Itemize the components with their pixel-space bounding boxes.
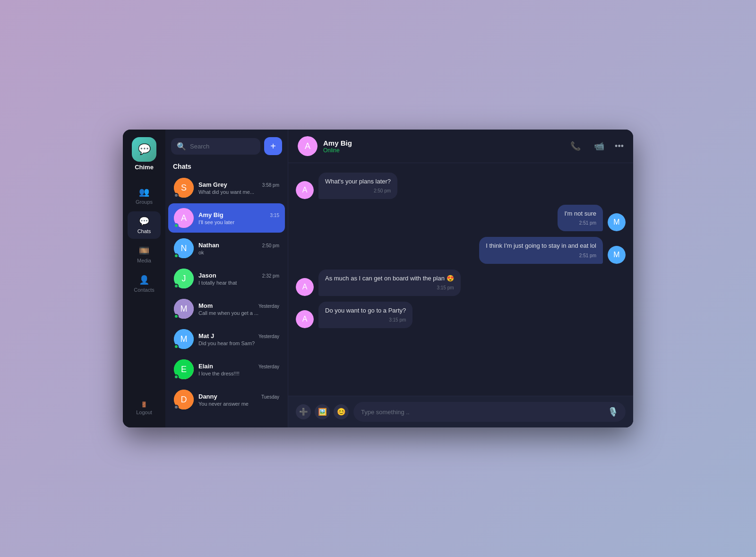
- status-dot-mom: [174, 314, 179, 319]
- search-input[interactable]: [190, 143, 255, 150]
- search-icon: 🔍: [177, 142, 186, 151]
- message-row-4: A As much as I can get on board with the…: [296, 270, 626, 296]
- sidebar-item-chats-label: Chats: [137, 228, 151, 234]
- message-text-1: What's your plans later?: [325, 178, 391, 185]
- logout-button[interactable]: 🚪 Logout: [133, 397, 155, 420]
- message-bubble-2: I'm not sure 2:51 pm: [558, 205, 603, 231]
- message-time-5: 3:15 pm: [325, 317, 406, 323]
- svg-text:D: D: [181, 395, 187, 404]
- sidebar-item-media-label: Media: [137, 258, 151, 263]
- chat-contact-name: Amy Big: [323, 139, 562, 147]
- svg-text:A: A: [305, 141, 310, 151]
- chat-name-matj: Mat J: [198, 332, 214, 339]
- chat-name-sam-grey: Sam Grey: [198, 181, 227, 188]
- chat-time-sam-grey: 3:58 pm: [262, 183, 279, 188]
- chat-header: A Amy Big Online 📞 📹 •••: [288, 130, 633, 163]
- sidebar-item-contacts[interactable]: 👤 Contacts: [128, 270, 161, 297]
- chat-info-danny: Danny Tuesday You never answer me: [198, 393, 279, 407]
- more-options-button[interactable]: •••: [615, 141, 624, 151]
- svg-text:M: M: [613, 251, 619, 259]
- messages-area: A What's your plans later? 2:50 pm M I'm…: [288, 163, 633, 396]
- message-bubble-4: As much as I can get on board with the p…: [318, 270, 461, 296]
- msg-avatar-me-3: M: [608, 246, 626, 264]
- svg-text:A: A: [302, 315, 308, 323]
- video-call-button[interactable]: 📹: [591, 138, 607, 154]
- image-button[interactable]: 🖼️: [315, 404, 330, 419]
- svg-text:A: A: [181, 213, 187, 223]
- emoji-button[interactable]: 😊: [334, 404, 349, 419]
- chat-item-mom[interactable]: M Mom Yesterday Call me when you get a .…: [168, 294, 285, 323]
- chat-list: S Sam Grey 3:58 pm What did you want me.…: [165, 172, 288, 427]
- sidebar-bottom: 🚪 Logout: [133, 397, 155, 420]
- chat-preview-amy: I'll see you later: [198, 219, 279, 225]
- svg-text:J: J: [182, 274, 186, 283]
- sidebar-item-contacts-label: Contacts: [134, 287, 154, 293]
- avatar-wrap-nathan: N: [174, 238, 194, 258]
- app-logo: 💬: [132, 137, 156, 162]
- chat-time-amy: 3:15: [270, 213, 279, 218]
- chat-item-jason[interactable]: J Jason 2:32 pm I totally hear that: [168, 264, 285, 293]
- chat-name-elain: Elain: [198, 363, 213, 370]
- chat-item-danny[interactable]: D Danny Tuesday You never answer me: [168, 385, 285, 414]
- message-text-3: I think I'm just going to stay in and ea…: [486, 242, 596, 249]
- chat-time-mom: Yesterday: [258, 304, 279, 309]
- sidebar-nav: 👥 Groups 💬 Chats 🎞️ Media 👤 Contacts: [123, 182, 165, 397]
- sidebar-item-groups[interactable]: 👥 Groups: [128, 182, 161, 209]
- chat-time-matj: Yesterday: [258, 334, 279, 339]
- add-chat-button[interactable]: +: [264, 137, 282, 155]
- chat-info-matj: Mat J Yesterday Did you hear from Sam?: [198, 332, 279, 346]
- chats-section-label: Chats: [165, 159, 288, 172]
- message-bubble-5: Do you want to go to a Party? 3:15 pm: [318, 302, 412, 328]
- message-row-3: M I think I'm just going to stay in and …: [296, 237, 626, 263]
- chat-item-amy-big[interactable]: A Amy Big 3:15 I'll see you later: [168, 203, 285, 233]
- message-text-2: I'm not sure: [564, 210, 596, 217]
- svg-text:M: M: [180, 334, 188, 344]
- sidebar-item-media[interactable]: 🎞️ Media: [128, 241, 161, 268]
- svg-text:N: N: [181, 244, 187, 253]
- logout-icon: 🚪: [141, 401, 147, 408]
- chat-name-nathan: Nathan: [198, 242, 219, 249]
- message-input[interactable]: [361, 409, 608, 416]
- chat-info-amy: Amy Big 3:15 I'll see you later: [198, 211, 279, 225]
- status-dot-danny: [174, 405, 179, 409]
- chat-preview-elain: I love the dress!!!!: [198, 371, 279, 376]
- attach-button[interactable]: ➕: [296, 404, 311, 419]
- avatar-wrap-danny: D: [174, 390, 194, 409]
- avatar-wrap: S: [174, 178, 194, 198]
- avatar-wrap-elain: E: [174, 359, 194, 379]
- msg-avatar-amy-5: A: [296, 310, 314, 328]
- message-text-5: Do you want to go to a Party?: [325, 307, 406, 314]
- mic-button[interactable]: 🎙️: [608, 407, 618, 417]
- status-dot-elain: [174, 374, 179, 379]
- message-input-wrap[interactable]: 🎙️: [353, 402, 626, 422]
- chat-preview-jason: I totally hear that: [198, 280, 279, 286]
- svg-text:S: S: [181, 183, 187, 192]
- msg-avatar-me-2: M: [608, 213, 626, 231]
- add-icon: +: [270, 141, 276, 152]
- message-time-3: 2:51 pm: [486, 252, 596, 259]
- svg-text:A: A: [302, 283, 308, 291]
- chat-item-sam-grey[interactable]: S Sam Grey 3:58 pm What did you want me.…: [168, 173, 285, 202]
- app-logo-icon: 💬: [138, 143, 151, 156]
- chat-item-nathan[interactable]: N Nathan 2:50 pm ok: [168, 234, 285, 263]
- message-time-2: 2:51 pm: [564, 220, 596, 226]
- chat-preview-sam-grey: What did you want me...: [198, 189, 279, 195]
- search-input-wrap[interactable]: 🔍: [171, 138, 260, 155]
- app-name: Chime: [135, 164, 154, 171]
- chat-item-elain[interactable]: E Elain Yesterday I love the dress!!!!: [168, 355, 285, 384]
- svg-text:E: E: [181, 365, 187, 374]
- message-row-2: M I'm not sure 2:51 pm: [296, 205, 626, 231]
- status-dot-amy: [174, 223, 179, 228]
- sidebar-item-chats[interactable]: 💬 Chats: [128, 211, 161, 239]
- status-dot-nathan: [174, 253, 179, 258]
- phone-call-button[interactable]: 📞: [567, 138, 584, 154]
- chat-time-elain: Yesterday: [258, 364, 279, 369]
- chat-info-elain: Elain Yesterday I love the dress!!!!: [198, 363, 279, 376]
- chat-preview-danny: You never answer me: [198, 401, 279, 407]
- avatar-wrap-jason: J: [174, 269, 194, 288]
- input-actions: ➕ 🖼️ 😊: [296, 404, 349, 419]
- chat-item-matj[interactable]: M Mat J Yesterday Did you hear from Sam?: [168, 324, 285, 354]
- chat-preview-nathan: ok: [198, 250, 279, 255]
- chat-info-jason: Jason 2:32 pm I totally hear that: [198, 272, 279, 286]
- sidebar-item-groups-label: Groups: [136, 199, 153, 205]
